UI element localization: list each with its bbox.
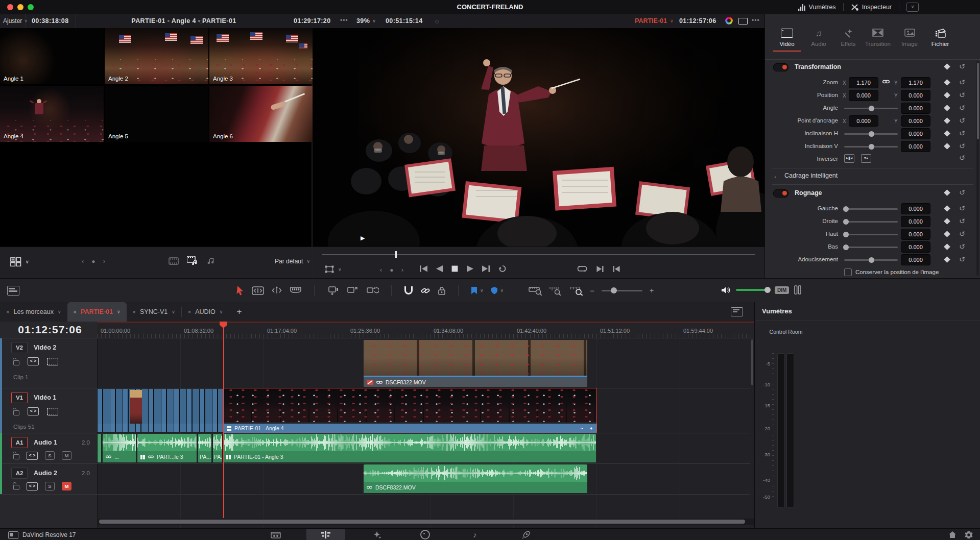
timeline-in-timecode[interactable]: 00:51:15:14 xyxy=(386,17,423,24)
crop-right-slider[interactable] xyxy=(844,221,898,223)
angle-field[interactable]: 0.000 xyxy=(901,103,930,114)
keyframe-diamond-icon[interactable] xyxy=(944,92,950,99)
flip-horizontal-button[interactable]: ▸▮◂ xyxy=(844,154,854,163)
video-only-icon[interactable] xyxy=(169,257,179,265)
source-mode-dropdown[interactable]: Ajuster∨ xyxy=(3,14,28,28)
resolve-fx-icon[interactable] xyxy=(725,17,733,24)
crop-top-field[interactable]: 0.000 xyxy=(901,229,930,240)
keyframe-diamond-icon[interactable] xyxy=(944,143,950,150)
zoom-y-field[interactable]: 1.170 xyxy=(901,77,930,88)
reset-row-icon[interactable]: ↺ xyxy=(959,243,965,250)
smart-reframe-section[interactable]: Cadrage intelligent xyxy=(784,172,838,179)
razor-tool[interactable] xyxy=(290,286,302,295)
timeline-viewer[interactable] xyxy=(313,28,764,247)
close-tab-icon[interactable]: × xyxy=(188,309,191,315)
transformation-enable-toggle[interactable] xyxy=(773,63,788,71)
inspector-tab-effects[interactable]: Effets xyxy=(833,29,863,47)
page-fairlight-button[interactable]: ♪ xyxy=(464,530,486,539)
position-y-field[interactable]: 0.000 xyxy=(901,90,930,101)
project-manager-button[interactable] xyxy=(948,531,957,538)
viewer-zoom-dropdown[interactable]: 39%∨ xyxy=(356,14,376,28)
crop-right-field[interactable]: 0.000 xyxy=(901,216,930,227)
track-header-v1[interactable]: V1 Vidéo 1 xyxy=(11,392,56,403)
project-settings-gear-button[interactable] xyxy=(965,531,973,539)
source-left-timecode[interactable]: 00:38:18:08 xyxy=(32,17,69,24)
selection-tool-active[interactable] xyxy=(236,286,245,296)
marker-dropdown[interactable]: ∨ xyxy=(491,287,504,294)
multicam-angle-5[interactable]: Angle 5 xyxy=(105,86,208,142)
play-button[interactable] xyxy=(467,265,473,272)
page-deliver-button[interactable] xyxy=(515,530,537,539)
timeline-vscrollbar-track[interactable] xyxy=(750,338,754,518)
skew-h-slider[interactable] xyxy=(844,133,898,135)
loop-button[interactable] xyxy=(498,265,507,272)
prev-edit-icon[interactable] xyxy=(613,266,620,272)
clip-a1-3[interactable]: PA... 3 xyxy=(213,434,222,462)
keyframe-diamond-icon[interactable] xyxy=(944,205,950,212)
timeline-hscrollbar-track[interactable] xyxy=(97,519,754,525)
reset-row-icon[interactable]: ↺ xyxy=(959,79,965,86)
multicam-preset-dropdown[interactable]: Par défaut∨ xyxy=(275,258,310,265)
inspector-tab-transition[interactable]: Transition xyxy=(863,29,893,47)
auto-select-icon[interactable] xyxy=(27,452,38,460)
link-clips-toggle-active[interactable] xyxy=(420,286,431,296)
vumetres-toggle-button[interactable]: Vumètres xyxy=(798,4,836,11)
clip-v1-partie01-angle4-selected[interactable]: PARTIE-01 - Angle 4 ~ ♦ xyxy=(223,388,597,433)
keyframe-diamond-icon[interactable] xyxy=(944,189,950,196)
timeline-tab-sync-v1[interactable]: × SYNC-V1∨ xyxy=(127,302,181,322)
clip-a2-dscf8322[interactable]: DSCF8322.MOV xyxy=(364,464,587,493)
viewer-scrubber-playhead[interactable] xyxy=(395,251,397,258)
multicam-angle-6[interactable]: Angle 6 xyxy=(209,86,313,142)
dynamic-trim-tool[interactable] xyxy=(271,286,282,295)
zoom-x-field[interactable]: 1.170 xyxy=(849,77,878,88)
keyframe-diamond-icon[interactable] xyxy=(944,63,950,70)
crop-softness-field[interactable]: 0.000 xyxy=(901,254,930,265)
keyframe-diamond-icon[interactable] xyxy=(944,117,950,124)
clip-a1-partie01-angle3[interactable]: PARTIE-01 - Angle 3 xyxy=(223,434,596,462)
insert-clip-button[interactable] xyxy=(327,285,339,296)
keyframe-diamond-icon[interactable] xyxy=(944,79,950,86)
track-film-icon[interactable] xyxy=(47,358,58,365)
clip-a1-1[interactable]: PART...le 3 xyxy=(137,434,197,462)
panel-layout-button[interactable]: ∨ xyxy=(906,3,919,12)
timeline-zoom-slider[interactable] xyxy=(602,290,642,291)
flag-dropdown[interactable]: ∨ xyxy=(471,287,484,294)
crop-top-slider[interactable] xyxy=(844,234,898,235)
auto-select-icon[interactable] xyxy=(28,357,39,365)
replace-clip-button[interactable] xyxy=(366,285,379,296)
timeline-vscrollbar[interactable] xyxy=(751,339,753,385)
reset-row-icon[interactable]: ↺ xyxy=(959,256,965,263)
reset-row-icon[interactable]: ↺ xyxy=(959,217,965,225)
zoom-full-extent-button[interactable] xyxy=(529,286,542,296)
multicam-angle-1[interactable]: Angle 1 xyxy=(0,28,104,84)
stop-button[interactable] xyxy=(451,265,458,272)
play-reverse-button[interactable] xyxy=(436,265,443,272)
timeline-view-options-icon[interactable] xyxy=(7,286,19,296)
multicam-angle-2[interactable]: Angle 2 xyxy=(105,28,208,84)
keyframe-diamond-icon[interactable] xyxy=(944,218,950,225)
multicam-angle-4-selected[interactable]: Angle 4 xyxy=(0,86,104,142)
monitor-volume-slider[interactable] xyxy=(736,289,770,291)
page-fusion-button[interactable] xyxy=(366,530,388,539)
viewer-transform-dropdown[interactable]: ∨ xyxy=(325,265,342,273)
close-tab-icon[interactable]: × xyxy=(74,309,77,315)
zoom-custom-button[interactable] xyxy=(569,286,583,296)
close-tab-icon[interactable]: × xyxy=(6,309,9,315)
lock-track-icon[interactable] xyxy=(13,485,19,490)
inspector-scrollbar[interactable] xyxy=(977,63,979,139)
workspace-icon[interactable] xyxy=(8,531,18,539)
next-edit-icon[interactable] xyxy=(596,266,604,272)
viewer-prev-next-control[interactable]: ‹ ● › xyxy=(380,266,407,274)
audio-only-icon[interactable] xyxy=(207,257,216,265)
snapping-toggle-active[interactable] xyxy=(404,286,413,296)
video-audio-icon[interactable] xyxy=(187,256,199,265)
reset-row-icon[interactable]: ↺ xyxy=(959,104,965,111)
lock-track-icon[interactable] xyxy=(13,454,19,459)
position-lock-toggle[interactable] xyxy=(438,286,446,296)
keyframe-diamond-icon[interactable] xyxy=(944,256,950,263)
position-x-field[interactable]: 0.000 xyxy=(849,90,878,101)
crop-left-field[interactable]: 0.000 xyxy=(901,203,930,214)
multicam-prev-next-control[interactable]: ‹ ● › xyxy=(82,258,108,265)
skew-h-field[interactable]: 0.000 xyxy=(901,128,930,139)
timeline-hscrollbar[interactable] xyxy=(99,520,745,524)
